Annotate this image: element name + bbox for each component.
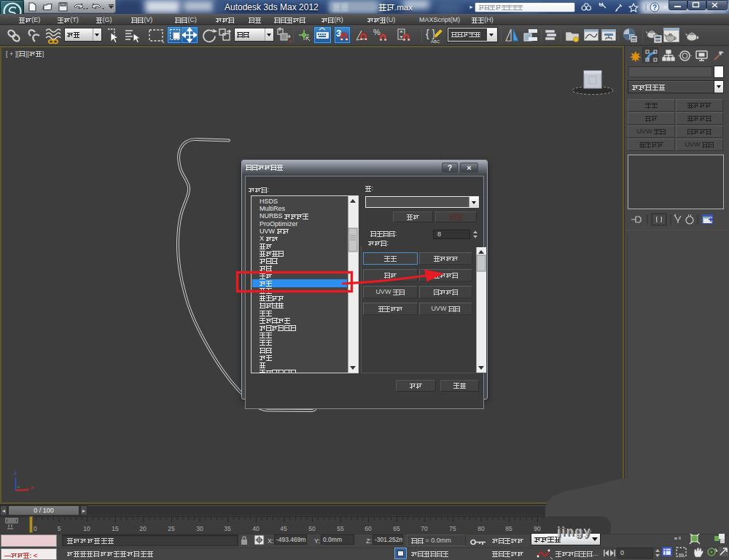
- svg-text:40: 40: [252, 525, 260, 532]
- svg-text:20: 20: [139, 525, 147, 532]
- svg-text:55: 55: [337, 525, 344, 532]
- svg-text:35: 35: [224, 525, 231, 532]
- svg-text:30: 30: [196, 525, 203, 532]
- svg-text:%: %: [373, 28, 381, 36]
- svg-text:45: 45: [280, 525, 287, 532]
- svg-text:65: 65: [393, 525, 400, 532]
- svg-text:15: 15: [112, 525, 119, 532]
- svg-text:ABC: ABC: [431, 39, 440, 44]
- svg-text:80: 80: [477, 525, 485, 532]
- svg-text:75: 75: [449, 525, 456, 532]
- svg-text:10: 10: [83, 525, 90, 532]
- svg-text:0: 0: [34, 525, 37, 532]
- svg-text:85: 85: [505, 525, 512, 532]
- svg-text:50: 50: [308, 525, 316, 532]
- svg-text:x: x: [31, 484, 34, 491]
- svg-text:5: 5: [58, 525, 61, 532]
- svg-text:25: 25: [168, 525, 175, 532]
- svg-text:z: z: [14, 470, 17, 476]
- svg-text:?: ?: [652, 4, 657, 12]
- svg-text:70: 70: [421, 525, 428, 532]
- svg-text:60: 60: [364, 525, 372, 532]
